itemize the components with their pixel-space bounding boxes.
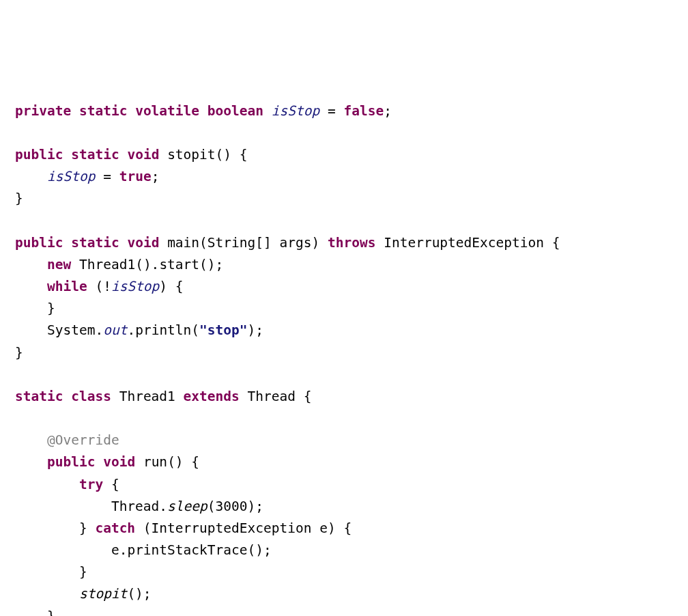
method-stopit: stopit	[167, 147, 215, 163]
class-system: System	[47, 322, 95, 338]
keyword-static: static	[71, 235, 119, 251]
keyword-new: new	[47, 257, 71, 272]
method-printstacktrace: printStackTrace	[127, 542, 247, 558]
method-run: run	[143, 454, 167, 470]
field-isstop: isStop	[272, 103, 319, 119]
type-interruptedexception: InterruptedException	[384, 235, 544, 251]
keyword-false: false	[343, 103, 384, 119]
type-string: String	[207, 235, 255, 251]
method-main: main	[167, 235, 199, 251]
literal-3000: 3000	[216, 499, 248, 514]
field-out: out	[103, 322, 127, 338]
type-thread1: Thread1	[79, 257, 135, 272]
keyword-void: void	[127, 235, 159, 251]
keyword-void: void	[127, 147, 159, 163]
type-thread: Thread	[111, 499, 159, 514]
keyword-extends: extends	[184, 389, 240, 404]
keyword-static: static	[79, 103, 127, 119]
keyword-catch: catch	[95, 520, 135, 536]
type-thread: Thread	[248, 389, 296, 404]
keyword-volatile: volatile	[135, 103, 199, 119]
var-e: e	[111, 542, 119, 558]
method-println: println	[135, 322, 191, 338]
keyword-public: public	[47, 454, 95, 470]
keyword-public: public	[15, 235, 63, 251]
method-start: start	[159, 257, 199, 272]
keyword-static: static	[15, 389, 63, 404]
keyword-void: void	[103, 454, 135, 470]
code-block: private static volatile boolean isStop =…	[15, 103, 560, 616]
keyword-while: while	[47, 279, 87, 294]
keyword-static: static	[71, 147, 119, 163]
param-args: args	[280, 235, 312, 251]
string-stop: "stop"	[199, 322, 247, 338]
keyword-throws: throws	[328, 235, 375, 251]
method-stopit-call: stopit	[79, 586, 127, 602]
method-sleep: sleep	[167, 499, 207, 514]
keyword-true: true	[119, 169, 152, 184]
var-e: e	[319, 520, 328, 536]
field-isstop: isStop	[47, 169, 95, 184]
field-isstop: isStop	[111, 279, 159, 294]
type-interruptedexception: InterruptedException	[152, 520, 312, 536]
annotation-override: @Override	[47, 432, 119, 448]
brackets-icon: []	[255, 235, 271, 251]
keyword-private: private	[15, 103, 71, 119]
keyword-boolean: boolean	[207, 103, 263, 119]
type-thread1: Thread1	[119, 389, 175, 404]
keyword-public: public	[15, 147, 63, 163]
keyword-try: try	[79, 477, 103, 492]
keyword-class: class	[71, 389, 111, 404]
